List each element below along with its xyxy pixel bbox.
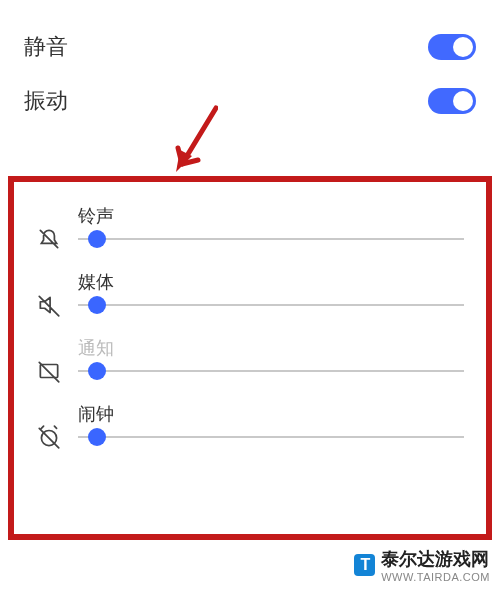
ringtone-row: 铃声 [24,194,476,260]
mute-row: 静音 [24,20,476,74]
mute-label: 静音 [24,32,68,62]
alarm-row: 闹钟 [24,392,476,458]
vibrate-row: 振动 [24,74,476,128]
bell-off-icon [30,204,68,252]
top-toggles: 静音 振动 [0,0,500,140]
ringtone-label: 铃声 [78,204,464,228]
alarm-slider[interactable] [78,436,464,438]
alarm-off-icon [30,402,68,450]
svg-marker-0 [176,150,192,172]
notification-off-icon [30,336,68,384]
watermark-text: 泰尔达游戏网 [381,547,490,571]
mute-toggle[interactable] [428,34,476,60]
watermark-badge: T [354,554,375,576]
notify-row: 通知 [24,326,476,392]
media-label: 媒体 [78,270,464,294]
volume-sliders-highlight: 铃声 媒体 通知 [8,176,492,540]
notify-label: 通知 [78,336,464,360]
watermark-url: WWW.TAIRDA.COM [381,571,490,583]
alarm-label: 闹钟 [78,402,464,426]
media-slider[interactable] [78,304,464,306]
ringtone-slider[interactable] [78,238,464,240]
alarm-thumb[interactable] [88,428,106,446]
vibrate-toggle[interactable] [428,88,476,114]
vibrate-label: 振动 [24,86,68,116]
media-thumb[interactable] [88,296,106,314]
media-row: 媒体 [24,260,476,326]
ringtone-thumb[interactable] [88,230,106,248]
notify-thumb[interactable] [88,362,106,380]
speaker-off-icon [30,270,68,318]
notify-slider[interactable] [78,370,464,372]
watermark: T 泰尔达游戏网 WWW.TAIRDA.COM [354,547,490,583]
